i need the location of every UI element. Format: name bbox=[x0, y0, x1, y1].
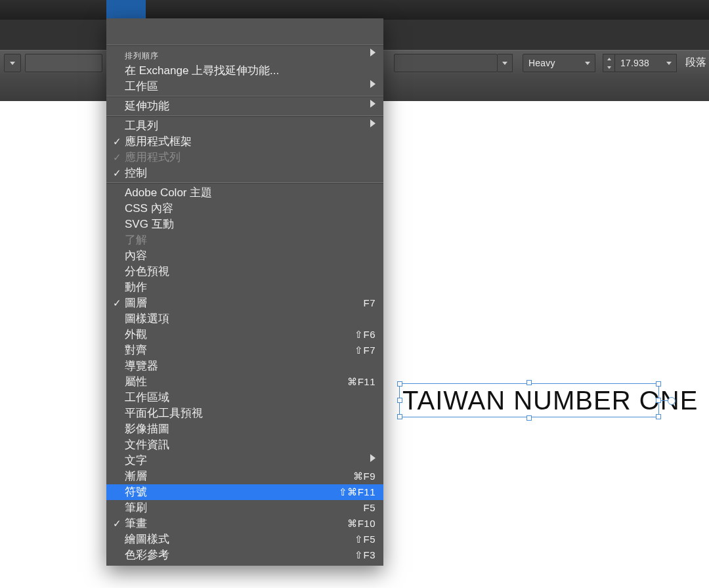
check-icon: ✓ bbox=[112, 295, 122, 311]
handle-mid-left[interactable] bbox=[397, 398, 402, 403]
submenu-arrow-icon bbox=[370, 119, 376, 127]
menu-item-attributes[interactable]: 屬性 ⌘F11 bbox=[106, 374, 383, 390]
check-icon: ✓ bbox=[112, 516, 122, 532]
opt-font-family-field[interactable] bbox=[394, 54, 498, 72]
shortcut-label: ⇧F6 bbox=[354, 327, 376, 343]
menu-label: 漸層 bbox=[125, 470, 147, 482]
menu-item-content[interactable]: 內容 bbox=[106, 248, 383, 264]
menu-item-artboards[interactable]: 工作區域 bbox=[106, 390, 383, 406]
shortcut-label: ⇧F7 bbox=[354, 343, 376, 358]
menu-item-image-trace[interactable]: 影像描圖 bbox=[106, 421, 383, 437]
handle-bottom-right[interactable] bbox=[656, 414, 661, 419]
opt-field-1[interactable] bbox=[25, 54, 102, 72]
submenu-arrow-icon bbox=[370, 80, 376, 88]
stepper-down-icon[interactable] bbox=[603, 63, 615, 72]
active-menu-tab[interactable] bbox=[106, 0, 146, 20]
window-menu-dropdown: 排列順序 在 Exchange 上尋找延伸功能... 工作區 延伸功能 工具列 … bbox=[106, 18, 383, 566]
handle-mid-right[interactable] bbox=[656, 398, 661, 403]
menu-item-arrange[interactable]: 排列順序 bbox=[106, 47, 383, 63]
menu-item-sep-preview[interactable]: 分色預視 bbox=[106, 264, 383, 280]
menu-item-type[interactable]: 文字 bbox=[106, 453, 383, 469]
menu-item-app-bar: ✓ 應用程式列 bbox=[106, 150, 383, 165]
handle-top-left[interactable] bbox=[397, 381, 402, 387]
check-icon: ✓ bbox=[112, 165, 122, 181]
handle-bottom-left[interactable] bbox=[397, 414, 402, 419]
menu-label: 動作 bbox=[125, 281, 147, 293]
shortcut-label: ⇧F5 bbox=[354, 532, 376, 547]
opt-paragraph-label[interactable]: 段落 bbox=[685, 54, 706, 71]
menu-item-svg[interactable]: SVG 互動 bbox=[106, 217, 383, 232]
menu-item-brushes[interactable]: 筆刷 F5 bbox=[106, 500, 383, 516]
shortcut-label: ⌘F9 bbox=[353, 469, 376, 484]
shortcut-label: F7 bbox=[363, 295, 376, 311]
menu-label: 工作區域 bbox=[125, 391, 169, 404]
menu-item-color-guide[interactable]: 色彩參考 ⇧F3 bbox=[106, 547, 383, 563]
menu-item-workspace[interactable]: 工作區 bbox=[106, 79, 383, 94]
menu-label: 分色預視 bbox=[125, 265, 169, 278]
menu-item-about: 了解 bbox=[106, 232, 383, 248]
menu-item-exchange[interactable]: 在 Exchange 上尋找延伸功能... bbox=[106, 63, 383, 79]
menu-label: 延伸功能 bbox=[125, 100, 169, 112]
text-outport[interactable] bbox=[668, 397, 676, 405]
menu-label: 控制 bbox=[125, 167, 147, 179]
menu-item-navigator[interactable]: 導覽器 bbox=[106, 358, 383, 374]
check-icon: ✓ bbox=[112, 150, 122, 165]
menu-item-control[interactable]: ✓ 控制 bbox=[106, 165, 383, 181]
opt-font-size-arrow[interactable] bbox=[662, 54, 677, 72]
handle-bottom-mid[interactable] bbox=[526, 415, 532, 421]
opt-font-family-arrow[interactable] bbox=[498, 54, 513, 72]
menu-label: 文字 bbox=[125, 454, 147, 467]
shortcut-label: ⌘F11 bbox=[347, 374, 376, 390]
shortcut-label: ⇧⌘F11 bbox=[339, 484, 376, 500]
menu-item-toolbar[interactable]: 工具列 bbox=[106, 118, 383, 134]
menu-label: 色彩參考 bbox=[125, 549, 169, 561]
menu-label: 排列順序 bbox=[125, 51, 159, 60]
menu-label: 了解 bbox=[125, 234, 147, 246]
handle-top-right[interactable] bbox=[656, 381, 661, 387]
opt-font-size-field[interactable]: 17.938 bbox=[614, 54, 663, 72]
submenu-arrow-icon bbox=[370, 100, 376, 108]
text-content[interactable]: TAIWAN NUMBER ONE bbox=[400, 384, 658, 417]
menu-label: 內容 bbox=[125, 249, 147, 262]
opt-font-weight-arrow[interactable] bbox=[580, 54, 595, 72]
handle-top-mid[interactable] bbox=[526, 380, 532, 385]
menu-label: 工作區 bbox=[125, 80, 158, 93]
menubar[interactable] bbox=[0, 0, 709, 20]
menu-item-actions[interactable]: 動作 bbox=[106, 280, 383, 295]
menu-label: 圖樣選項 bbox=[125, 312, 169, 325]
menu-item-doc-info[interactable]: 文件資訊 bbox=[106, 437, 383, 453]
menu-label: 符號 bbox=[125, 486, 147, 498]
opt-font-weight-field[interactable]: Heavy bbox=[523, 54, 582, 72]
menu-label: 平面化工具預視 bbox=[125, 407, 203, 419]
opt-font-size-stepper[interactable] bbox=[603, 54, 615, 72]
check-icon: ✓ bbox=[112, 134, 122, 150]
menu-item-extensions[interactable]: 延伸功能 bbox=[106, 98, 383, 114]
menu-item-glyphs[interactable]: 符號 ⇧⌘F11 bbox=[106, 484, 383, 500]
stepper-up-icon[interactable] bbox=[603, 54, 615, 63]
menu-label: 應用程式列 bbox=[125, 151, 181, 163]
menu-item-flattener[interactable]: 平面化工具預視 bbox=[106, 406, 383, 421]
submenu-arrow-icon bbox=[370, 454, 376, 462]
menu-item-strokes[interactable]: ✓ 筆畫 ⌘F10 bbox=[106, 516, 383, 532]
menu-label: 筆畫 bbox=[125, 517, 147, 530]
shortcut-label: F5 bbox=[363, 500, 376, 516]
menu-item-app-frame[interactable]: ✓ 應用程式框架 bbox=[106, 134, 383, 150]
menu-item-graphic-styles[interactable]: 繪圖樣式 ⇧F5 bbox=[106, 532, 383, 547]
menu-item-adobe-color[interactable]: Adobe Color 主題 bbox=[106, 185, 383, 201]
menu-item-css[interactable]: CSS 內容 bbox=[106, 201, 383, 217]
menu-label: 筆刷 bbox=[125, 501, 147, 514]
menu-label: 對齊 bbox=[125, 344, 147, 356]
text-frame[interactable]: TAIWAN NUMBER ONE bbox=[399, 383, 659, 417]
menu-label: 影像描圖 bbox=[125, 423, 169, 435]
menu-item-gradient[interactable]: 漸層 ⌘F9 bbox=[106, 469, 383, 484]
shortcut-label: ⇧F3 bbox=[354, 547, 376, 563]
menu-item-pattern-options[interactable]: 圖樣選項 bbox=[106, 311, 383, 327]
menu-item-layers[interactable]: ✓ 圖層 F7 bbox=[106, 295, 383, 311]
opt-dropdown-small[interactable] bbox=[4, 54, 21, 72]
menu-label: 應用程式框架 bbox=[125, 135, 192, 148]
menu-label: 工具列 bbox=[125, 119, 158, 132]
menu-item-appearance[interactable]: 外觀 ⇧F6 bbox=[106, 327, 383, 343]
menu-item-align[interactable]: 對齊 ⇧F7 bbox=[106, 343, 383, 358]
menu-label: 繪圖樣式 bbox=[125, 533, 169, 545]
menu-label: Adobe Color 主題 bbox=[125, 186, 212, 199]
